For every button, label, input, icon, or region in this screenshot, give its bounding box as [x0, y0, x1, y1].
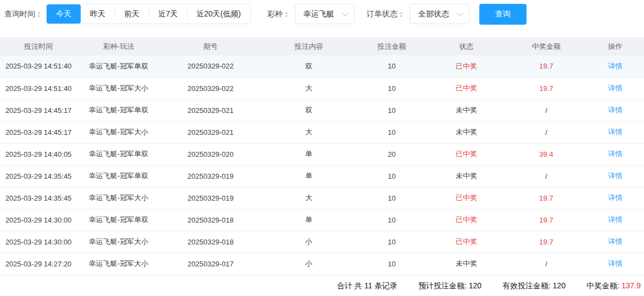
- cell-action: 详情: [586, 209, 644, 231]
- cell-status: 已中奖: [427, 187, 506, 209]
- cell-bet-amount: 10: [357, 209, 427, 231]
- cell-issue-number: 20250329-019: [160, 165, 261, 187]
- cell-bet-amount: 10: [357, 165, 427, 187]
- cell-game-play: 幸运飞艇-冠军大小: [77, 253, 160, 275]
- cell-bet-time: 2025-03-29 14:27:20: [0, 253, 77, 275]
- detail-link[interactable]: 详情: [608, 172, 623, 180]
- cell-bet-time: 2025-03-29 14:35:45: [0, 187, 77, 209]
- table-row: 2025-03-29 14:45:17 幸运飞艇-冠军单双 20250329-0…: [0, 99, 644, 121]
- detail-link[interactable]: 详情: [608, 150, 623, 158]
- column-header: 状态: [427, 37, 506, 55]
- lottery-select[interactable]: 幸运飞艇: [295, 4, 355, 24]
- cell-bet-content: 小: [261, 231, 357, 253]
- time-option[interactable]: 近7天: [149, 4, 187, 24]
- cell-bet-amount: 10: [357, 231, 427, 253]
- cell-action: 详情: [586, 231, 644, 253]
- cell-game-play: 幸运飞艇-冠军单双: [77, 99, 160, 121]
- table-header-row: 投注时间彩种-玩法期号投注内容投注金额状态中奖金额操作: [0, 37, 644, 55]
- table-row: 2025-03-29 14:45:17 幸运飞艇-冠军大小 20250329-0…: [0, 121, 644, 143]
- cell-bet-content: 大: [261, 121, 357, 143]
- detail-link[interactable]: 详情: [608, 193, 623, 202]
- summary-expected-label: 预计投注金额:: [418, 281, 467, 290]
- cell-bet-amount: 10: [357, 121, 427, 143]
- cell-issue-number: 20250329-022: [160, 55, 261, 77]
- cell-win-amount: 19.7: [506, 55, 586, 77]
- cell-bet-content: 小: [261, 253, 357, 275]
- cell-win-amount: 19.7: [506, 77, 586, 99]
- cell-bet-time: 2025-03-29 14:51:40: [0, 55, 77, 77]
- chevron-down-icon: [342, 10, 348, 16]
- column-header: 中奖金额: [506, 37, 586, 55]
- cell-bet-content: 单: [261, 209, 357, 231]
- cell-status: 未中奖: [427, 99, 506, 121]
- cell-issue-number: 20250329-021: [160, 121, 261, 143]
- cell-bet-content: 大: [261, 77, 357, 99]
- time-filter-label: 查询时间：: [4, 9, 43, 19]
- column-header: 彩种-玩法: [77, 37, 160, 55]
- cell-game-play: 幸运飞艇-冠军单双: [77, 209, 160, 231]
- cell-win-amount: /: [506, 121, 586, 143]
- cell-bet-content: 双: [261, 99, 357, 121]
- cell-action: 详情: [586, 77, 644, 99]
- query-button[interactable]: 查询: [479, 4, 527, 25]
- detail-link[interactable]: 详情: [608, 62, 623, 70]
- status-select[interactable]: 全部状态: [410, 4, 469, 24]
- column-header: 投注时间: [0, 37, 77, 55]
- cell-action: 详情: [586, 253, 644, 275]
- orders-table: 投注时间彩种-玩法期号投注内容投注金额状态中奖金额操作 2025-03-29 1…: [0, 37, 644, 275]
- cell-action: 详情: [586, 121, 644, 143]
- cell-bet-amount: 10: [357, 55, 427, 77]
- detail-link[interactable]: 详情: [608, 128, 623, 136]
- orders-table-body: 2025-03-29 14:51:40 幸运飞艇-冠军单双 20250329-0…: [0, 55, 644, 275]
- table-row: 2025-03-29 14:30:00 幸运飞艇-冠军单双 20250329-0…: [0, 209, 644, 231]
- cell-bet-time: 2025-03-29 14:40:05: [0, 143, 77, 165]
- cell-status: 已中奖: [427, 77, 506, 99]
- cell-action: 详情: [586, 143, 644, 165]
- cell-game-play: 幸运飞艇-冠军单双: [77, 143, 160, 165]
- detail-link[interactable]: 详情: [608, 84, 623, 92]
- detail-link[interactable]: 详情: [608, 106, 623, 114]
- table-row: 2025-03-29 14:35:45 幸运飞艇-冠军大小 20250329-0…: [0, 187, 644, 209]
- cell-bet-time: 2025-03-29 14:51:40: [0, 77, 77, 99]
- status-filter-label: 订单状态：: [367, 9, 405, 19]
- cell-bet-amount: 10: [357, 253, 427, 275]
- cell-bet-time: 2025-03-29 14:30:00: [0, 209, 77, 231]
- time-option[interactable]: 昨天: [81, 4, 115, 24]
- summary-expected-amount: 预计投注金额: 120: [418, 281, 481, 291]
- time-option[interactable]: 今天: [47, 4, 81, 24]
- cell-game-play: 幸运飞艇-冠军大小: [77, 121, 160, 143]
- cell-bet-content: 单: [261, 143, 357, 165]
- summary-expected-value: 120: [469, 281, 481, 290]
- cell-win-amount: 19.7: [506, 187, 586, 209]
- detail-link[interactable]: 详情: [608, 237, 623, 246]
- table-row: 2025-03-29 14:40:05 幸运飞艇-冠军单双 20250329-0…: [0, 143, 644, 165]
- cell-bet-time: 2025-03-29 14:45:17: [0, 121, 77, 143]
- cell-win-amount: 39.4: [506, 143, 586, 165]
- summary-total-records: 合计 共 11 条记录: [337, 281, 397, 291]
- cell-bet-time: 2025-03-29 14:30:00: [0, 231, 77, 253]
- detail-link[interactable]: 详情: [608, 259, 623, 267]
- column-header: 投注金额: [357, 37, 427, 55]
- cell-issue-number: 20250329-020: [160, 143, 261, 165]
- cell-win-amount: 19.7: [506, 209, 586, 231]
- cell-bet-content: 大: [261, 187, 357, 209]
- cell-win-amount: 19.7: [506, 231, 586, 253]
- time-option[interactable]: 前天: [115, 4, 149, 24]
- cell-bet-amount: 10: [357, 99, 427, 121]
- cell-issue-number: 20250329-018: [160, 209, 261, 231]
- cell-issue-number: 20250329-018: [160, 231, 261, 253]
- cell-game-play: 幸运飞艇-冠军单双: [77, 55, 160, 77]
- summary-bar: 合计 共 11 条记录 预计投注金额: 120 有效投注金额: 120 中奖金额…: [0, 275, 644, 296]
- time-option[interactable]: 近20天(低频): [187, 4, 250, 24]
- cell-issue-number: 20250329-017: [160, 253, 261, 275]
- summary-win-label: 中奖金额:: [586, 281, 619, 290]
- cell-game-play: 幸运飞艇-冠军大小: [77, 77, 160, 99]
- cell-action: 详情: [586, 165, 644, 187]
- cell-win-amount: /: [506, 253, 586, 275]
- table-row: 2025-03-29 14:27:20 幸运飞艇-冠军大小 20250329-0…: [0, 253, 644, 275]
- cell-game-play: 幸运飞艇-冠军大小: [77, 187, 160, 209]
- cell-game-play: 幸运飞艇-冠军大小: [77, 231, 160, 253]
- cell-bet-time: 2025-03-29 14:45:17: [0, 99, 77, 121]
- filter-bar: 查询时间： 今天昨天前天近7天近20天(低频) 彩种： 幸运飞艇 订单状态： 全…: [4, 4, 644, 24]
- detail-link[interactable]: 详情: [608, 215, 623, 224]
